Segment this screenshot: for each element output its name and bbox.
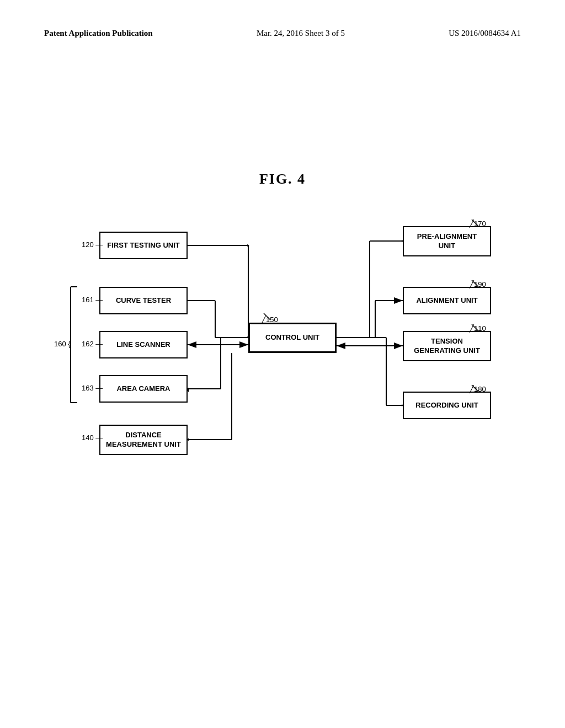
ref-170-label: ╱170 — [470, 220, 486, 228]
recording-unit-box: RECORDING UNIT — [403, 392, 491, 419]
ref-140-label: 140 — — [82, 433, 103, 442]
ref-162-label: 162 — — [82, 340, 103, 348]
ref-180-label: ╱180 — [470, 385, 486, 393]
ref-120-label: 120 — — [82, 240, 103, 249]
control-unit-box: CONTROL UNIT — [248, 323, 337, 353]
header-date-sheet: Mar. 24, 2016 Sheet 3 of 5 — [257, 29, 345, 38]
figure-title: FIG. 4 — [259, 171, 306, 188]
ref-190-label: ╱190 — [470, 280, 486, 288]
line-scanner-box: LINE SCANNER — [99, 331, 188, 358]
tension-generating-unit-box: TENSION GENERATING UNIT — [403, 331, 491, 361]
curve-tester-box: CURVE TESTER — [99, 287, 188, 314]
header-patent-number: US 2016/0084634 A1 — [449, 29, 521, 38]
ref-150-label: ╱150 — [262, 315, 278, 324]
block-diagram: FIRST TESTING UNIT CURVE TESTER LINE SCA… — [44, 215, 521, 535]
alignment-unit-box: ALIGNMENT UNIT — [403, 287, 491, 314]
page-header: Patent Application Publication Mar. 24, … — [44, 29, 521, 38]
first-testing-unit-box: FIRST TESTING UNIT — [99, 232, 188, 259]
area-camera-box: AREA CAMERA — [99, 375, 188, 403]
header-publication-label: Patent Application Publication — [44, 29, 153, 38]
ref-161-label: 161 — — [82, 296, 103, 304]
pre-alignment-unit-box: PRE-ALIGNMENT UNIT — [403, 226, 491, 256]
ref-110-label: ╱110 — [470, 324, 486, 333]
ref-160-label: 160 { — [54, 340, 71, 348]
distance-measurement-unit-box: DISTANCE MEASUREMENT UNIT — [99, 425, 188, 455]
ref-163-label: 163 — — [82, 384, 103, 392]
